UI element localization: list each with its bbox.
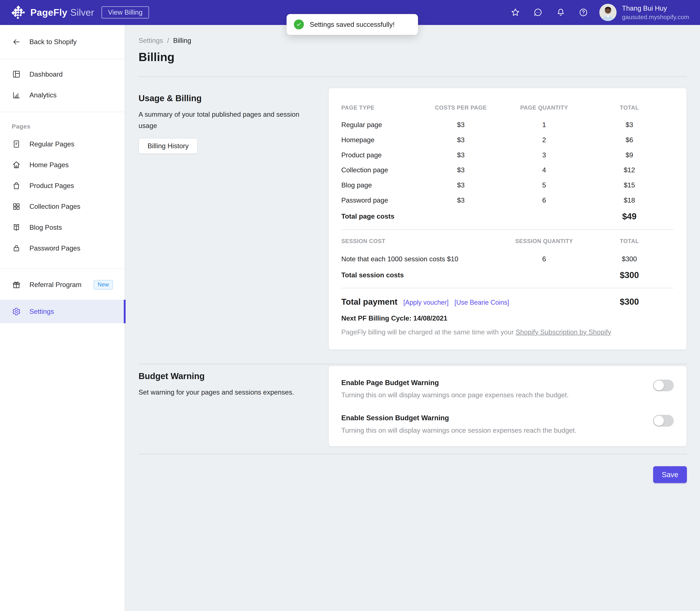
- sidebar-item-label: Collection Pages: [29, 203, 80, 210]
- help-icon[interactable]: [579, 8, 588, 17]
- back-to-shopify-label: Back to Shopify: [29, 38, 77, 46]
- cell-page-type: Collection page: [341, 166, 418, 174]
- cell-cost: $3: [418, 196, 503, 204]
- user-name: Thang Bui Huy: [622, 4, 689, 13]
- total-payment-row: Total payment [Apply voucher] [Use Beari…: [341, 297, 674, 307]
- page-title: Billing: [139, 50, 687, 64]
- sidebar-item-settings[interactable]: Settings: [0, 300, 125, 323]
- star-icon[interactable]: [511, 8, 520, 17]
- table-row: Regular page $3 1 $3: [341, 117, 674, 132]
- lock-icon: [12, 243, 21, 253]
- user-avatar[interactable]: [599, 4, 617, 21]
- sidebar-item-label: Referral Program: [29, 281, 81, 289]
- sidebar: Back to Shopify Dashboard Analytics Page…: [0, 25, 125, 611]
- divider: [139, 363, 687, 364]
- cell-qty: 6: [503, 196, 585, 204]
- col-session-cost: SESSION COST: [341, 238, 503, 244]
- footnote-text: PageFly billing will be charged at the s…: [341, 328, 516, 336]
- session-budget-toggle-row: Enable Session Budget Warning Turning th…: [341, 414, 674, 434]
- cell-qty: 2: [503, 136, 585, 144]
- breadcrumb-settings[interactable]: Settings: [139, 36, 163, 44]
- page-table-rows: Regular page $3 1 $3 Homepage $3 2 $6 Pr…: [341, 117, 674, 208]
- table-row: Blog page $3 5 $15: [341, 178, 674, 193]
- cell-total: $12: [585, 166, 674, 174]
- arrow-left-icon: [12, 38, 21, 46]
- save-button[interactable]: Save: [653, 466, 687, 483]
- plan-name: Silver: [70, 7, 94, 18]
- dashboard-icon: [12, 70, 21, 79]
- chat-icon[interactable]: [533, 8, 543, 17]
- usage-billing-description: A summary of your total published pages …: [139, 109, 301, 131]
- analytics-icon: [12, 91, 21, 100]
- session-note: Note that each 1000 session costs $10: [341, 255, 503, 263]
- col-page-type: PAGE TYPE: [341, 104, 418, 111]
- divider: [341, 288, 674, 288]
- session-row: Note that each 1000 session costs $10 6 …: [341, 251, 674, 267]
- toast-success: Settings saved successfully!: [287, 14, 418, 35]
- document-icon: [12, 139, 21, 149]
- sidebar-item-label: Home Pages: [29, 161, 69, 169]
- page-budget-title: Enable Page Budget Warning: [341, 379, 639, 387]
- bell-icon[interactable]: [556, 8, 565, 17]
- total-page-costs-row: Total page costs $49: [341, 211, 674, 221]
- sidebar-item-label: Analytics: [29, 91, 57, 99]
- sidebar-item-referral-program[interactable]: Referral Program New: [0, 274, 125, 295]
- col-total: TOTAL: [585, 238, 674, 244]
- apply-voucher-link[interactable]: [Apply voucher]: [404, 299, 448, 306]
- back-to-shopify[interactable]: Back to Shopify: [0, 25, 125, 59]
- use-bearie-coins-link[interactable]: [Use Bearie Coins]: [454, 299, 509, 306]
- total-page-costs-label: Total page costs: [341, 212, 585, 220]
- user-store: gausuted.myshopify.com: [622, 13, 689, 21]
- cell-qty: 1: [503, 121, 585, 129]
- col-page-quantity: PAGE QUANTITY: [503, 104, 585, 111]
- sidebar-item-product-pages[interactable]: Product Pages: [0, 175, 125, 196]
- cell-total: $6: [585, 136, 674, 144]
- cell-page-type: Password page: [341, 196, 418, 204]
- sidebar-item-label: Product Pages: [29, 182, 74, 190]
- toast-message: Settings saved successfully!: [310, 20, 395, 28]
- cell-cost: $3: [418, 151, 503, 159]
- cell-total: $18: [585, 196, 674, 204]
- page-budget-toggle[interactable]: [653, 379, 674, 391]
- pages-section-label: Pages: [0, 112, 125, 133]
- shopping-bag-icon: [12, 181, 21, 190]
- gear-icon: [12, 307, 21, 316]
- sidebar-item-collection-pages[interactable]: Collection Pages: [0, 196, 125, 217]
- toggle-knob: [654, 416, 664, 426]
- new-badge: New: [94, 280, 113, 289]
- session-budget-toggle[interactable]: [653, 415, 674, 427]
- billing-footnote: PageFly billing will be charged at the s…: [341, 328, 674, 336]
- sidebar-item-password-pages[interactable]: Password Pages: [0, 238, 125, 258]
- cell-page-type: Blog page: [341, 181, 418, 189]
- sidebar-item-home-pages[interactable]: Home Pages: [0, 154, 125, 175]
- sidebar-item-blog-posts[interactable]: Blog Posts: [0, 217, 125, 238]
- divider: [139, 76, 687, 77]
- total-payment-label: Total payment: [341, 297, 397, 307]
- view-billing-button[interactable]: View Billing: [101, 6, 149, 19]
- home-icon: [12, 160, 21, 169]
- user-info[interactable]: Thang Bui Huy gausuted.myshopify.com: [622, 4, 689, 21]
- sidebar-item-analytics[interactable]: Analytics: [0, 85, 125, 105]
- session-budget-description: Turning this on will display warnings on…: [341, 427, 639, 434]
- sidebar-item-regular-pages[interactable]: Regular Pages: [0, 134, 125, 154]
- save-bar: Save: [139, 466, 687, 483]
- billing-history-button[interactable]: Billing History: [139, 138, 198, 154]
- budget-warning-heading: Budget Warning: [139, 371, 301, 381]
- gift-icon: [12, 280, 21, 289]
- total-session-costs-row: Total session costs $300: [341, 270, 674, 280]
- table-row: Collection page $3 4 $12: [341, 162, 674, 178]
- table-row: Password page $3 6 $18: [341, 193, 674, 208]
- breadcrumb: Settings / Billing: [139, 36, 687, 44]
- sidebar-item-dashboard[interactable]: Dashboard: [0, 64, 125, 85]
- total-session-costs-label: Total session costs: [341, 271, 585, 279]
- book-icon: [12, 223, 21, 232]
- sidebar-item-label: Regular Pages: [29, 140, 74, 148]
- session-budget-title: Enable Session Budget Warning: [341, 414, 639, 422]
- divider: [341, 229, 674, 230]
- pagefly-logo[interactable]: PageFly Silver: [11, 5, 94, 20]
- next-billing-cycle: Next PF Billing Cycle: 14/08/2021: [341, 314, 674, 322]
- cell-total: $9: [585, 151, 674, 159]
- sidebar-item-label: Dashboard: [29, 70, 62, 78]
- page-budget-description: Turning this on will display warnings on…: [341, 391, 639, 399]
- shopify-subscription-link[interactable]: Shopify Subscription by Shopify: [516, 328, 611, 336]
